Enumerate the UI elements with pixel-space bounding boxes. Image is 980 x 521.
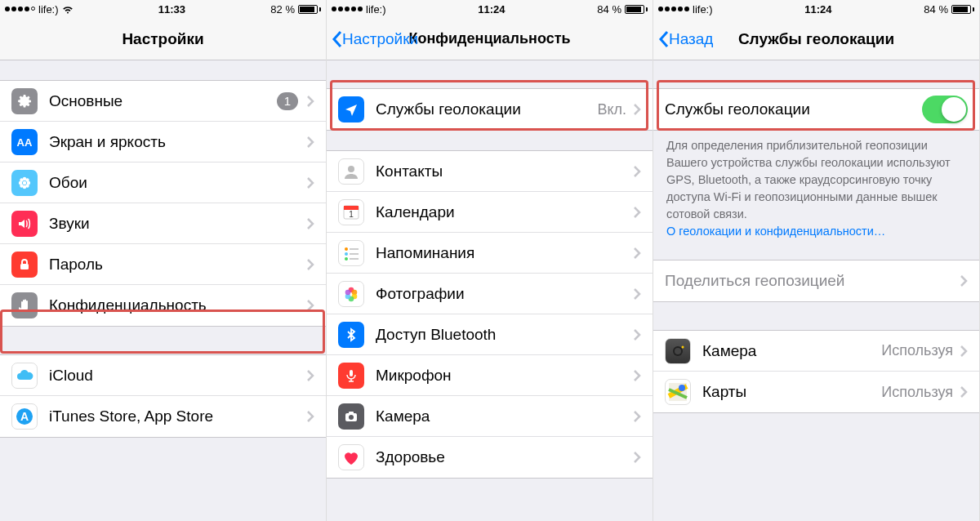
footer-description: Для определения приблизительной геопозиц…	[653, 131, 979, 243]
row-label: Поделиться геопозицией	[665, 272, 960, 290]
flower-icon	[11, 170, 38, 196]
battery-pct: 84 %	[597, 3, 621, 16]
maps-icon	[665, 379, 691, 405]
svg-text:1: 1	[349, 210, 354, 219]
row-label: Календари	[376, 203, 633, 221]
badge: 1	[277, 92, 298, 110]
svg-point-21	[345, 257, 348, 260]
heart-icon	[338, 444, 364, 470]
settings-group-1: Основные 1 AA Экран и яркость Обои Звуки	[0, 80, 326, 327]
chevron-right-icon	[306, 95, 314, 108]
svg-rect-18	[350, 248, 359, 250]
svg-point-9	[25, 184, 29, 187]
apps-group: Камера Используя Карты Используя	[653, 330, 979, 413]
camera-icon	[338, 403, 364, 430]
row-contacts[interactable]: Контакты	[327, 151, 653, 192]
hand-icon	[11, 292, 38, 318]
row-app-camera[interactable]: Камера Используя	[653, 331, 979, 372]
row-general[interactable]: Основные 1	[0, 81, 326, 122]
battery-icon	[951, 5, 974, 14]
footer-link[interactable]: О геолокации и конфиденциальности…	[666, 225, 885, 238]
speaker-icon	[11, 211, 38, 237]
carrier-label: life:)	[693, 3, 713, 16]
camera-app-icon	[665, 338, 691, 364]
privacy-screen: life:) 11:24 84 % Настройки Конфиденциал…	[327, 0, 653, 521]
row-label: Здоровье	[376, 448, 633, 466]
chevron-left-icon	[658, 30, 669, 48]
nav-bar: Назад Службы геолокации	[653, 18, 979, 60]
row-itunes[interactable]: A iTunes Store, App Store	[0, 396, 326, 437]
svg-point-19	[345, 252, 348, 256]
chevron-right-icon	[633, 206, 641, 219]
row-sounds[interactable]: Звуки	[0, 203, 326, 244]
back-button[interactable]: Назад	[658, 30, 713, 48]
row-microphone[interactable]: Микрофон	[327, 355, 653, 396]
row-label: Контакты	[376, 163, 633, 180]
row-reminders[interactable]: Напоминания	[327, 233, 653, 274]
row-photos[interactable]: Фотографии	[327, 274, 653, 314]
reminders-icon	[338, 240, 364, 266]
svg-text:A: A	[20, 410, 29, 423]
chevron-right-icon	[960, 385, 968, 399]
row-label: Камера	[702, 342, 881, 360]
row-label: Обои	[49, 174, 306, 192]
row-label: Звуки	[49, 215, 306, 233]
row-display[interactable]: AA Экран и яркость	[0, 122, 326, 163]
row-label: Микрофон	[376, 367, 633, 385]
svg-rect-29	[350, 370, 353, 376]
page-title: Конфиденциальность	[408, 30, 570, 47]
row-bluetooth[interactable]: Доступ Bluetooth	[327, 314, 653, 355]
chevron-right-icon	[960, 274, 968, 287]
svg-point-8	[20, 184, 23, 187]
row-health[interactable]: Здоровье	[327, 437, 653, 478]
row-label: Камера	[376, 407, 633, 425]
text-size-icon: AA	[11, 129, 38, 155]
chevron-right-icon	[633, 165, 641, 178]
carrier-label: life:)	[366, 3, 386, 16]
row-passcode[interactable]: Пароль	[0, 244, 326, 285]
nav-bar: Настройки	[0, 18, 326, 60]
svg-point-35	[682, 345, 684, 348]
photos-icon	[338, 281, 364, 307]
status-bar: life:) 11:24 84 %	[653, 0, 979, 18]
svg-point-34	[675, 348, 681, 354]
svg-point-13	[348, 166, 354, 172]
back-label: Настройки	[342, 30, 418, 48]
row-app-maps[interactable]: Карты Используя	[653, 372, 979, 412]
status-bar: life:) 11:33 82 %	[0, 0, 326, 18]
bluetooth-icon	[338, 322, 364, 348]
chevron-right-icon	[960, 345, 968, 358]
row-location-services[interactable]: Службы геолокации Вкл.	[327, 89, 653, 130]
row-location-toggle[interactable]: Службы геолокации	[653, 89, 979, 130]
chevron-right-icon	[306, 258, 314, 271]
chevron-right-icon	[306, 369, 314, 382]
settings-screen: life:) 11:33 82 % Настройки Основные 1 A…	[0, 0, 327, 521]
row-icloud[interactable]: iCloud	[0, 355, 326, 396]
chevron-left-icon	[332, 30, 342, 48]
chevron-right-icon	[633, 287, 641, 301]
battery-pct: 82 %	[270, 3, 295, 16]
row-label: Напоминания	[376, 244, 633, 262]
settings-group-2: iCloud A iTunes Store, App Store	[0, 354, 326, 438]
calendar-icon: 1	[338, 199, 364, 225]
chevron-right-icon	[306, 217, 314, 230]
svg-rect-22	[350, 258, 359, 260]
chevron-right-icon	[633, 247, 641, 260]
row-calendar[interactable]: 1 Календари	[327, 192, 653, 233]
row-wallpaper[interactable]: Обои	[0, 163, 326, 203]
back-label: Назад	[669, 30, 713, 48]
toggle-switch[interactable]	[922, 96, 968, 123]
chevron-right-icon	[306, 299, 314, 312]
footer-text-content: Для определения приблизительной геопозиц…	[666, 139, 951, 220]
back-button[interactable]: Настройки	[332, 30, 418, 48]
row-share-location[interactable]: Поделиться геопозицией	[653, 260, 979, 301]
wifi-icon	[62, 5, 74, 14]
row-privacy[interactable]: Конфиденциальность	[0, 285, 326, 326]
row-camera[interactable]: Камера	[327, 396, 653, 437]
battery-icon	[625, 5, 648, 14]
row-label: Доступ Bluetooth	[376, 326, 633, 344]
status-time: 11:24	[478, 3, 505, 16]
signal-dots-icon	[658, 7, 689, 11]
row-label: Фотографии	[376, 285, 633, 303]
appstore-icon: A	[11, 403, 38, 430]
